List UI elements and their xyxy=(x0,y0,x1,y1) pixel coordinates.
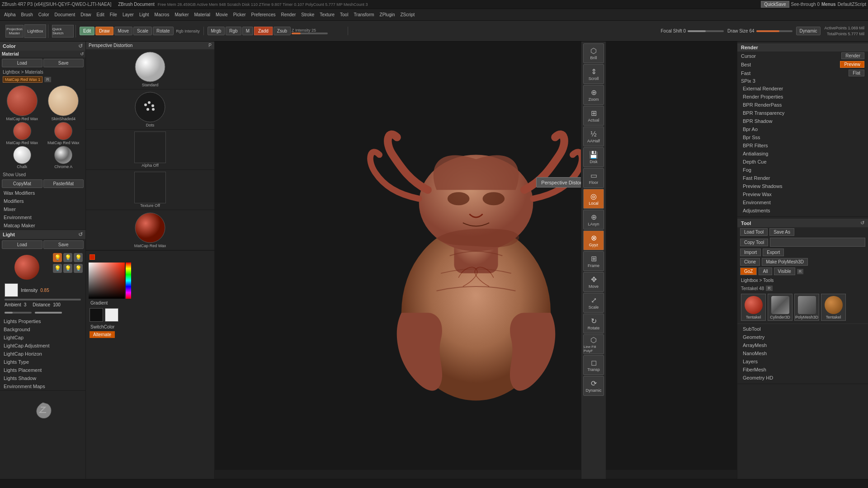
antialiasing-item[interactable]: Antialiasing xyxy=(737,150,868,158)
geometry-item[interactable]: Geometry xyxy=(737,333,868,341)
menu-render[interactable]: Render xyxy=(279,12,298,18)
background-item[interactable]: Background xyxy=(0,325,85,333)
pastermat-button[interactable]: PasterMat xyxy=(43,179,84,188)
menu-zscript[interactable]: ZScript xyxy=(398,12,417,18)
aahalf-button[interactable]: ½ AAHalf xyxy=(583,127,604,146)
light-icon-3[interactable]: 💡 xyxy=(74,253,83,262)
preview-wax-item[interactable]: Preview Wax xyxy=(737,190,868,198)
bpr-renderpass-item[interactable]: BPR RenderPass xyxy=(737,101,868,109)
material-load-button[interactable]: Load xyxy=(2,59,42,67)
clone-button[interactable]: Clone xyxy=(740,258,760,266)
black-swatch[interactable] xyxy=(90,308,103,322)
export-button[interactable]: Export xyxy=(763,249,784,256)
material-r-button[interactable]: R xyxy=(44,77,51,82)
quick-sketch-btn[interactable]: Quick Sketch xyxy=(52,25,74,38)
scale-button-right[interactable]: ⤢ Scale xyxy=(583,293,604,313)
menu-color[interactable]: Color xyxy=(36,12,52,18)
frame-button[interactable]: ⊞ Frame xyxy=(583,251,604,271)
bpr-transparency-item[interactable]: BPR Transparency xyxy=(737,109,868,117)
actual-button[interactable]: ⊞ Actual xyxy=(583,106,604,126)
disk-button[interactable]: 💾 Disk xyxy=(583,147,604,167)
fibermesh-item[interactable]: FiberMesh xyxy=(737,366,868,374)
mixer-item[interactable]: Mixer xyxy=(0,205,85,213)
matcap-skinshaded[interactable]: SkinShaded4 xyxy=(43,85,84,121)
color-hue-strip[interactable] xyxy=(126,263,131,299)
main-light-sphere[interactable] xyxy=(14,255,39,280)
menu-draw[interactable]: Draw xyxy=(78,12,93,18)
menu-tool[interactable]: Tool xyxy=(338,12,350,18)
light-icon-1[interactable]: 💡 xyxy=(53,253,62,262)
tool-thumb-cylinder[interactable]: Cylinder3D xyxy=(768,294,793,321)
tool-thumb-polymesh[interactable]: PolyMesh3D xyxy=(794,294,819,321)
bpr-sss-item[interactable]: Bpr Sss xyxy=(737,133,868,141)
environment-item[interactable]: Environment xyxy=(0,213,85,221)
bpr-filters-item[interactable]: BPR Filters xyxy=(737,141,868,150)
browser-item-texture-off[interactable]: Texture Off xyxy=(86,170,214,210)
lightcap-horizon-item[interactable]: LightCap Horizon xyxy=(0,350,85,358)
light-section-header[interactable]: Light ↺ xyxy=(0,230,85,239)
mrgb-button[interactable]: Mrgb xyxy=(208,27,225,35)
white-swatch[interactable] xyxy=(105,308,118,322)
color-indicator-dot[interactable] xyxy=(90,254,95,260)
material-save-button[interactable]: Save xyxy=(43,59,84,67)
move-button-right[interactable]: ✥ Move xyxy=(583,272,604,292)
preview-button[interactable]: Preview xyxy=(840,61,864,68)
render-button[interactable]: Render xyxy=(841,52,864,59)
rotate-button[interactable]: Rotate xyxy=(153,27,173,35)
intensity-slider[interactable] xyxy=(5,299,81,300)
lights-properties-item[interactable]: Lights Properties xyxy=(0,317,85,325)
quicksave-button[interactable]: QuickSave xyxy=(761,1,789,8)
browser-item-alpha-off[interactable]: Alpha Off xyxy=(86,130,214,170)
z-intensity-slider[interactable] xyxy=(292,33,328,34)
layers-item[interactable]: Layers xyxy=(737,357,868,366)
visible-button[interactable]: Visible xyxy=(774,267,795,275)
make-polymesh-button[interactable]: Make PolyMesh3D xyxy=(762,258,808,266)
arraymesh-item[interactable]: ArrayMesh xyxy=(737,341,868,349)
scroll-button[interactable]: ⇕ Scroll xyxy=(583,64,604,84)
m-button[interactable]: M xyxy=(242,27,253,35)
zoom-button[interactable]: ⊕ Zoom xyxy=(583,85,604,105)
local-button[interactable]: ◎ Local xyxy=(583,189,604,209)
save-as-button[interactable]: Save As xyxy=(769,228,794,236)
distance-slider[interactable] xyxy=(35,312,62,314)
matcap-maker-item[interactable]: Matcap Maker xyxy=(0,221,85,230)
light-icon-5[interactable]: 💡 xyxy=(63,264,72,273)
wax-modifiers-item[interactable]: Wax Modifiers xyxy=(0,189,85,197)
transp-button[interactable]: ◻ Transp xyxy=(583,355,604,375)
menu-zbrush-document[interactable]: ZBrush Document xyxy=(116,1,157,7)
dynamic-right-button[interactable]: ⟳ Dynamic xyxy=(583,376,604,396)
menu-movie[interactable]: Movie xyxy=(213,12,230,18)
menu-alpha[interactable]: Alpha xyxy=(2,12,18,18)
copymat-button[interactable]: CopyMat xyxy=(2,179,42,188)
import-button[interactable]: Import xyxy=(740,249,761,256)
menu-zplugin[interactable]: ZPlugin xyxy=(377,12,397,18)
menu-marker[interactable]: Marker xyxy=(172,12,191,18)
light-icon-2[interactable]: 💡 xyxy=(63,253,72,262)
floor-button[interactable]: ▭ Floor xyxy=(583,168,604,188)
browser-item-standard[interactable]: Standard xyxy=(86,49,214,89)
light-icon-6[interactable]: 💡 xyxy=(74,264,83,273)
fast-render-item[interactable]: Fast Render xyxy=(737,174,868,182)
color-picker-square[interactable] xyxy=(5,283,18,297)
show-used-button[interactable]: Show Used xyxy=(0,171,85,178)
fog-item[interactable]: Fog xyxy=(737,166,868,174)
menu-preferences[interactable]: Preferences xyxy=(249,12,278,18)
environment-maps-item[interactable]: Environment Maps xyxy=(0,382,85,390)
focal-shift-slider[interactable] xyxy=(688,30,724,32)
edit-button[interactable]: Edit xyxy=(80,27,94,35)
zadd-button[interactable]: Zadd xyxy=(254,27,273,35)
menus-label[interactable]: Menus xyxy=(821,2,836,7)
light-save-button[interactable]: Save xyxy=(43,240,84,249)
gyyz-button[interactable]: ⊗ Gyyz xyxy=(583,230,604,250)
tool-thumb-tentakel-2[interactable]: Tentakel xyxy=(821,294,846,321)
material-refresh-icon[interactable]: ↺ xyxy=(80,52,84,56)
matcap-red-wax-2[interactable]: MatCap Red Wax xyxy=(2,122,42,145)
preview-shadows-item[interactable]: Preview Shadows xyxy=(737,182,868,190)
matcap-red-wax-1[interactable]: MatCap Red Wax xyxy=(2,85,42,121)
ambient-slider[interactable] xyxy=(5,312,32,314)
flat-button[interactable]: Flat xyxy=(849,70,864,76)
dynamic-button[interactable]: Dynamic xyxy=(796,27,821,35)
geometry-hd-item[interactable]: Geometry HD xyxy=(737,374,868,382)
alternate-button[interactable]: Alternate xyxy=(90,331,115,338)
lights-shadow-item[interactable]: Lights Shadow xyxy=(0,374,85,382)
